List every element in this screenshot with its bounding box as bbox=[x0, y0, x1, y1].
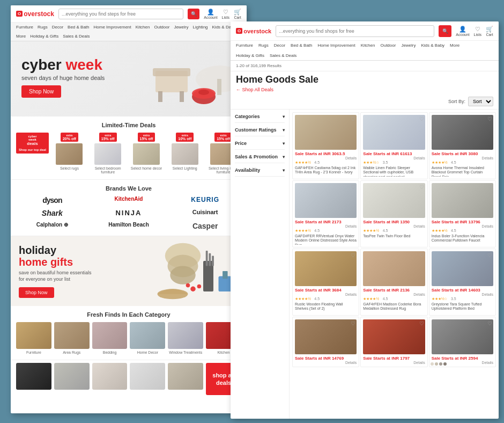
account-icon[interactable]: 👤Account bbox=[204, 9, 217, 19]
product-card-2[interactable]: ♡ Sale Starts at INR 3080 ★★★★½ 4.5 Deta… bbox=[429, 112, 496, 179]
details-link-3[interactable]: Details bbox=[345, 224, 357, 228]
filter-ratings-title[interactable]: Customer Ratings bbox=[235, 127, 285, 133]
wishlist-icon-11[interactable]: ♡ bbox=[487, 320, 492, 326]
details-link-7[interactable]: Details bbox=[413, 293, 425, 296]
product-card-8[interactable]: ♡ Sale Starts at INR 14603 ★★★½☆ 3.5 Det… bbox=[429, 249, 496, 316]
right-search-input[interactable] bbox=[276, 25, 434, 37]
wishlist-icon-3[interactable]: ♡ bbox=[351, 184, 355, 190]
left-search-button[interactable]: 🔍 bbox=[188, 9, 199, 19]
product-card-10[interactable]: ♡ Sale Starts at INR 1797 Details bbox=[360, 317, 427, 367]
nav-jewelry[interactable]: Jewelry bbox=[174, 25, 188, 30]
holiday-shop-now-button[interactable]: Shop Now bbox=[19, 287, 54, 298]
right-nav-sales[interactable]: Sales & Deals bbox=[270, 53, 297, 58]
right-logo[interactable]: O overstock bbox=[236, 28, 271, 34]
details-link-1[interactable]: Details bbox=[413, 156, 425, 160]
find-item-area-rugs[interactable]: Area Rugs bbox=[54, 322, 90, 354]
shop-item-pillow[interactable] bbox=[92, 363, 128, 395]
shop-item-mattress[interactable] bbox=[130, 363, 165, 395]
wishlist-icon-9[interactable]: ♡ bbox=[351, 320, 355, 326]
nav-rugs[interactable]: Rugs bbox=[38, 25, 48, 30]
details-link-10[interactable]: Details bbox=[413, 361, 425, 364]
product-card-6[interactable]: ♡ Sale Starts at INR 3684 ★★★★½ 4.5 Deta… bbox=[292, 249, 359, 316]
filter-availability-title[interactable]: Availability bbox=[235, 167, 285, 173]
find-item-bedding[interactable]: Bedding bbox=[92, 322, 128, 354]
right-nav-home-improvement[interactable]: Home Improvement bbox=[318, 43, 355, 48]
breadcrumb-link[interactable]: ← Shop All Deals bbox=[231, 85, 499, 94]
deal-item-rugs[interactable]: extra20% off Select rugs bbox=[51, 133, 87, 170]
sort-select[interactable]: Sort bbox=[468, 97, 493, 106]
left-search-input[interactable] bbox=[58, 9, 183, 19]
right-nav-rugs[interactable]: Rugs bbox=[258, 43, 269, 48]
right-lists-icon[interactable]: ♡Lists bbox=[474, 26, 481, 37]
filter-categories-title[interactable]: Categories bbox=[235, 114, 285, 119]
nav-kitchen[interactable]: Kitchen bbox=[136, 25, 150, 30]
product-card-4[interactable]: ♡ Sale Starts at INR 1350 ★★★★½ 4.5 Deta… bbox=[360, 180, 427, 247]
details-link-9[interactable]: Details bbox=[345, 361, 357, 364]
right-nav-bed-bath[interactable]: Bed & Bath bbox=[291, 43, 312, 48]
right-nav-kids[interactable]: Kids & Baby bbox=[421, 43, 445, 48]
nav-lighting[interactable]: Lighting bbox=[193, 25, 208, 30]
brand-kitchenaid[interactable]: KitchenAid bbox=[93, 196, 165, 205]
right-nav-furniture[interactable]: Furniture bbox=[236, 43, 253, 48]
details-link-0[interactable]: Details bbox=[345, 156, 357, 160]
details-link-2[interactable]: Details bbox=[482, 156, 493, 160]
product-card-3[interactable]: ♡ Sale Starts at INR 2173 ★★★★½ 4.5 Deta… bbox=[292, 180, 359, 247]
lists-icon[interactable]: ♡Lists bbox=[222, 9, 229, 19]
wishlist-icon-5[interactable]: ♡ bbox=[487, 184, 492, 190]
find-item-window[interactable]: Window Treatments bbox=[168, 322, 203, 354]
brand-dyson[interactable]: dyson bbox=[16, 196, 88, 205]
details-link-5[interactable]: Details bbox=[482, 224, 493, 228]
find-item-furniture[interactable]: Furniture bbox=[16, 322, 51, 354]
product-card-1[interactable]: ♡ Sale Starts at INR 61613 ★★★½☆ 3.5 Det… bbox=[360, 112, 427, 179]
deal-item-decor[interactable]: extra15% off Select home decor bbox=[129, 133, 165, 170]
details-link-4[interactable]: Details bbox=[413, 224, 425, 228]
product-card-9[interactable]: ♡ Sale Starts at INR 14769 Details bbox=[292, 317, 359, 367]
wishlist-icon-4[interactable]: ♡ bbox=[419, 184, 424, 190]
nav-holiday[interactable]: Holiday & Gifts bbox=[30, 34, 58, 39]
filter-sales-title[interactable]: Sales & Promotion bbox=[235, 154, 285, 159]
details-link-11[interactable]: Details bbox=[482, 361, 493, 364]
nav-bed-bath[interactable]: Bed & Bath bbox=[68, 25, 89, 30]
shop-item-faucet[interactable] bbox=[54, 363, 90, 395]
nav-outdoor[interactable]: Outdoor bbox=[154, 25, 169, 30]
right-nav-jewelry[interactable]: Jewelry bbox=[401, 43, 416, 48]
brand-hamilton[interactable]: Hamilton Beach bbox=[93, 222, 165, 230]
right-nav-kitchen[interactable]: Kitchen bbox=[361, 43, 375, 48]
nav-decor[interactable]: Decor bbox=[52, 25, 63, 30]
wishlist-icon-8[interactable]: ♡ bbox=[487, 252, 492, 258]
wishlist-icon-1[interactable]: ♡ bbox=[419, 116, 424, 122]
nav-more[interactable]: More bbox=[16, 34, 26, 39]
cart-icon[interactable]: 🛒Cart bbox=[234, 9, 241, 19]
brand-calphalon[interactable]: Calphalon ⊕ bbox=[16, 222, 88, 230]
deal-item-lighting[interactable]: extra10% off Select Lighting bbox=[167, 133, 203, 170]
filter-price-title[interactable]: Price bbox=[235, 141, 285, 146]
wishlist-icon-7[interactable]: ♡ bbox=[419, 252, 424, 258]
wishlist-icon-6[interactable]: ♡ bbox=[351, 252, 355, 258]
wishlist-icon-2[interactable]: ♡ bbox=[487, 116, 492, 122]
right-nav-outdoor[interactable]: Outdoor bbox=[380, 43, 396, 48]
wishlist-icon-10[interactable]: ♡ bbox=[419, 320, 424, 326]
right-nav-decor[interactable]: Decor bbox=[274, 43, 285, 48]
wishlist-icon-0[interactable]: ♡ bbox=[351, 116, 355, 122]
right-nav-holiday[interactable]: Holiday & Gifts bbox=[236, 53, 264, 58]
deal-item-bedroom[interactable]: extra15% off Select bedroom furniture bbox=[90, 133, 126, 174]
right-nav-more[interactable]: More bbox=[450, 43, 459, 48]
product-card-5[interactable]: ♡ Sale Starts at INR 13796 ★★★★½ 4.5 Det… bbox=[429, 180, 496, 247]
find-item-home-decor[interactable]: Home Decor bbox=[130, 322, 165, 354]
shop-item-light[interactable] bbox=[168, 363, 203, 395]
brand-shark[interactable]: Shark bbox=[16, 209, 88, 217]
product-card-0[interactable]: ♡ Sale Starts at INR 3063.5 ★★★★½ 4.5 De… bbox=[292, 112, 359, 179]
right-account-icon[interactable]: 👤Account bbox=[456, 26, 469, 37]
cyber-shop-now-button[interactable]: Shop Now bbox=[21, 85, 61, 98]
right-search-button[interactable]: 🔍 bbox=[439, 25, 451, 37]
nav-sales[interactable]: Sales & Deals bbox=[63, 34, 90, 39]
product-card-11[interactable]: ♡ Sale Starts at INR 2594 Details bbox=[429, 317, 496, 367]
details-link-8[interactable]: Details bbox=[482, 293, 493, 296]
brand-ninja[interactable]: NINJA bbox=[93, 209, 165, 217]
product-card-7[interactable]: ♡ Sale Starts at INR 2136 ★★★★½ 4.5 Deta… bbox=[360, 249, 427, 316]
right-cart-icon[interactable]: 🛒Cart bbox=[486, 26, 493, 37]
left-logo[interactable]: O overstock bbox=[16, 10, 54, 18]
nav-home-improvement[interactable]: Home Improvement bbox=[94, 25, 131, 30]
shop-item-fire[interactable] bbox=[16, 363, 51, 395]
nav-furniture[interactable]: Furniture bbox=[16, 25, 33, 30]
